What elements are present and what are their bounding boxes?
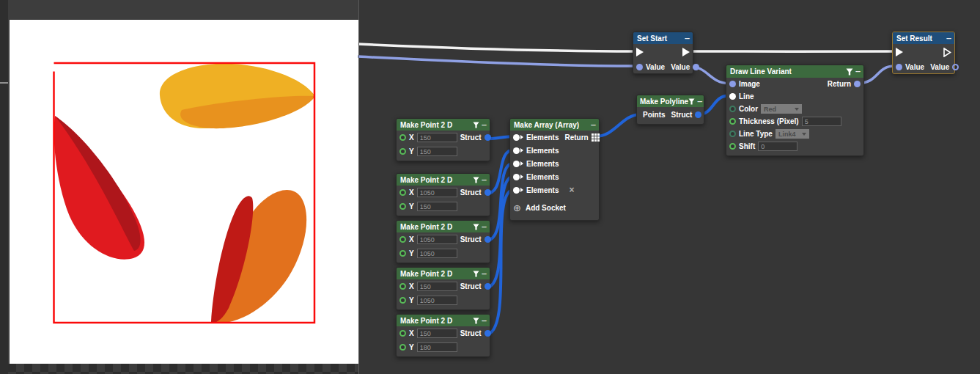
struct-output-socket[interactable] bbox=[485, 189, 491, 196]
node-make-point-1[interactable]: Make Point 2 D --- X Struct Y bbox=[396, 118, 490, 161]
node-title: Make Array (Array) bbox=[514, 121, 579, 129]
wire-value-in[interactable] bbox=[358, 56, 635, 66]
node-menu-icon[interactable]: --- bbox=[482, 271, 486, 277]
flow-output-socket[interactable] bbox=[682, 48, 690, 56]
node-header[interactable]: Draw Line Variant --- bbox=[726, 65, 863, 78]
flow-output-socket[interactable] bbox=[943, 48, 951, 57]
y-input-socket[interactable] bbox=[399, 344, 406, 351]
x-input-socket[interactable] bbox=[399, 189, 406, 196]
node-header[interactable]: Make Point 2 D --- bbox=[397, 268, 490, 279]
y-value-field[interactable] bbox=[417, 296, 457, 305]
line-type-input-socket[interactable] bbox=[729, 131, 736, 137]
struct-output-socket[interactable] bbox=[485, 283, 491, 290]
image-input-socket[interactable] bbox=[729, 81, 736, 87]
y-input-socket[interactable] bbox=[399, 148, 406, 155]
y-value-field[interactable] bbox=[417, 147, 457, 156]
node-menu-icon[interactable]: --- bbox=[855, 68, 860, 75]
node-set-result[interactable]: Set Result --- Value Value bbox=[892, 32, 955, 74]
y-value-field[interactable] bbox=[417, 202, 457, 211]
y-value-field[interactable] bbox=[417, 342, 457, 352]
flask-icon bbox=[473, 318, 479, 324]
delete-socket-icon[interactable]: × bbox=[569, 185, 574, 195]
value-input-socket[interactable] bbox=[636, 64, 643, 70]
x-value-field[interactable] bbox=[417, 188, 457, 197]
elements-input-socket[interactable] bbox=[513, 134, 520, 141]
struct-output-socket[interactable] bbox=[485, 236, 491, 243]
flow-input-socket[interactable] bbox=[896, 48, 903, 56]
node-menu-icon[interactable]: --- bbox=[685, 35, 689, 42]
struct-output-socket[interactable] bbox=[695, 111, 701, 118]
flask-icon bbox=[688, 98, 695, 105]
elements-input-socket[interactable] bbox=[513, 161, 520, 167]
struct-output-socket[interactable] bbox=[485, 330, 491, 337]
value-output-socket[interactable] bbox=[693, 64, 699, 70]
socket-arrow-icon bbox=[520, 175, 523, 179]
node-header[interactable]: Make Point 2 D --- bbox=[397, 221, 490, 232]
shift-label: Shift bbox=[739, 142, 755, 150]
node-make-array[interactable]: Make Array (Array) --- Elements Return E… bbox=[509, 118, 600, 221]
node-menu-icon[interactable]: --- bbox=[591, 122, 595, 128]
elements-input-socket[interactable] bbox=[513, 174, 520, 180]
value-input-socket[interactable] bbox=[896, 64, 902, 70]
node-draw-line-variant[interactable]: Draw Line Variant --- Image Return Line … bbox=[726, 65, 864, 156]
elements-label: Elements bbox=[526, 147, 559, 155]
y-label: Y bbox=[409, 202, 414, 210]
x-input-socket[interactable] bbox=[399, 330, 406, 337]
node-menu-icon[interactable]: --- bbox=[946, 35, 951, 42]
x-input-socket[interactable] bbox=[399, 134, 406, 141]
node-menu-icon[interactable]: --- bbox=[482, 177, 486, 183]
y-value-field[interactable] bbox=[417, 249, 457, 258]
elements-input-socket[interactable] bbox=[513, 187, 520, 194]
node-header[interactable]: Make Array (Array) --- bbox=[510, 119, 599, 131]
node-menu-icon[interactable]: --- bbox=[482, 122, 486, 128]
x-value-field[interactable] bbox=[417, 133, 457, 142]
flask-icon bbox=[473, 224, 479, 230]
line-input-socket[interactable] bbox=[729, 93, 736, 100]
line-type-dropdown[interactable]: Link4 bbox=[775, 129, 809, 139]
node-header[interactable]: Make Point 2 D --- bbox=[397, 119, 490, 131]
flask-icon bbox=[473, 177, 479, 183]
x-input-socket[interactable] bbox=[399, 236, 406, 243]
node-menu-icon[interactable]: --- bbox=[482, 224, 486, 230]
node-header[interactable]: Make Point 2 D --- bbox=[397, 174, 490, 186]
node-header[interactable]: Make Polyline --- bbox=[637, 95, 704, 107]
shift-field[interactable] bbox=[758, 142, 797, 151]
node-header[interactable]: Make Point 2 D --- bbox=[397, 315, 490, 326]
y-input-socket[interactable] bbox=[399, 250, 406, 257]
node-header[interactable]: Set Result --- bbox=[893, 32, 954, 44]
return-output-socket[interactable] bbox=[854, 81, 861, 87]
node-title: Set Result bbox=[896, 34, 932, 43]
value-output-socket[interactable] bbox=[952, 64, 959, 70]
x-input-socket[interactable] bbox=[399, 283, 406, 290]
node-menu-icon[interactable]: --- bbox=[482, 318, 486, 324]
y-input-socket[interactable] bbox=[399, 297, 406, 304]
struct-label: Struct bbox=[460, 188, 482, 197]
node-make-point-4[interactable]: Make Point 2 D --- X Struct Y bbox=[396, 267, 490, 310]
elements-input-socket[interactable] bbox=[513, 147, 520, 154]
flow-input-socket[interactable] bbox=[636, 48, 644, 56]
wire-flow-in[interactable] bbox=[358, 44, 635, 51]
node-title: Make Point 2 D bbox=[400, 176, 452, 184]
add-socket-button[interactable]: ⊕ Add Socket bbox=[510, 201, 599, 214]
panel-divider[interactable] bbox=[358, 0, 359, 374]
thickness-field[interactable] bbox=[802, 117, 841, 126]
wire-array-polyline[interactable] bbox=[595, 114, 641, 136]
shift-input-socket[interactable] bbox=[729, 143, 736, 150]
y-input-socket[interactable] bbox=[399, 203, 406, 210]
node-make-point-3[interactable]: Make Point 2 D --- X Struct Y bbox=[396, 220, 490, 263]
node-set-start[interactable]: Set Start --- Value Value bbox=[633, 32, 693, 74]
x-value-field[interactable] bbox=[417, 235, 457, 244]
node-make-polyline[interactable]: Make Polyline --- Points Struct bbox=[636, 95, 704, 125]
node-make-point-5[interactable]: Make Point 2 D --- X Struct Y bbox=[396, 314, 490, 357]
x-value-field[interactable] bbox=[417, 329, 457, 338]
color-input-socket[interactable] bbox=[729, 106, 736, 112]
node-make-point-2[interactable]: Make Point 2 D --- X Struct Y bbox=[396, 173, 490, 216]
node-header[interactable]: Set Start --- bbox=[633, 32, 693, 44]
return-array-output-socket[interactable] bbox=[592, 133, 600, 142]
node-menu-icon[interactable]: --- bbox=[697, 98, 701, 105]
thickness-input-socket[interactable] bbox=[729, 118, 736, 125]
x-value-field[interactable] bbox=[417, 282, 457, 291]
struct-output-socket[interactable] bbox=[485, 134, 491, 141]
color-dropdown[interactable]: Red bbox=[761, 104, 802, 114]
chevron-down-icon bbox=[802, 133, 806, 136]
